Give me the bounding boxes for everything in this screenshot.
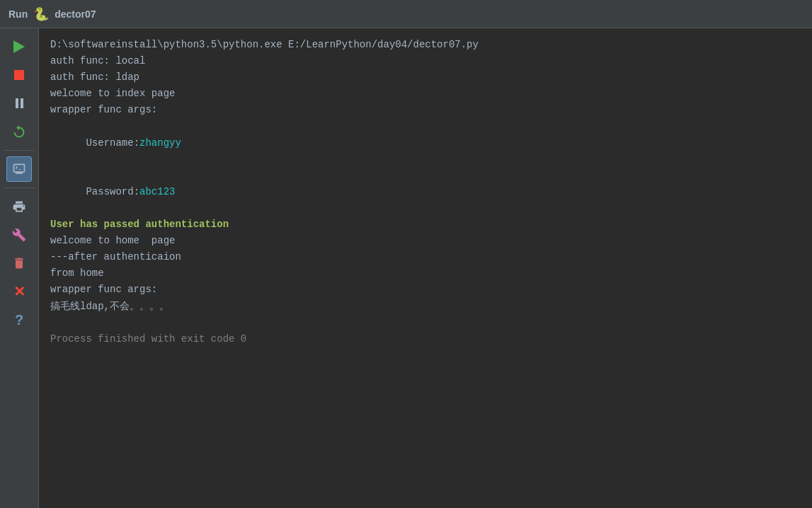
password-label: Password: [86,186,139,197]
console-line-fromhome: from home [50,265,801,282]
console-output: D:\softwareinstall\python3.5\python.exe … [39,28,812,508]
stop-button[interactable] [6,62,32,88]
close-icon: ✕ [13,283,25,300]
username-value: zhangyy [139,137,181,149]
play-button[interactable] [6,34,32,59]
pause-button[interactable] [6,91,32,116]
file-name: dector07 [55,8,96,20]
rerun-icon [11,124,27,139]
console-line-chinese: 搞毛线ldap,不会。。。。 [50,299,801,315]
python-icon: 🐍 [33,6,49,22]
help-button[interactable]: ? [6,307,32,333]
run-label: Run [8,8,28,20]
console-line-password: Password:abc123 [50,168,801,217]
console-icon [12,162,26,176]
trash-icon [12,256,26,270]
console-button[interactable] [6,156,32,182]
console-line-auth: User has passed authentication [50,217,801,233]
left-toolbar: ✕ ? [0,28,39,508]
console-line-4: welcome to index page [50,86,801,102]
title-bar: Run 🐍 dector07 [0,0,812,28]
divider-2 [4,187,34,188]
rerun-button[interactable] [6,119,32,144]
stop-icon [14,70,24,80]
wrench-icon [12,228,26,242]
console-line-blank [50,315,801,331]
password-value: abc123 [139,186,175,197]
print-icon [12,200,26,214]
wrench-button[interactable] [6,222,32,248]
play-icon [13,40,25,53]
console-line-1: D:\softwareinstall\python3.5\python.exe … [50,37,801,53]
console-line-exit: Process finished with exit code 0 [50,331,801,347]
print-button[interactable] [6,194,32,219]
console-line-3: auth func: ldap [50,69,801,86]
divider-1 [4,150,34,151]
console-line-5: wrapper func args: [50,102,801,118]
trash-button[interactable] [6,250,32,276]
console-line-username: Username:zhangyy [50,118,801,167]
console-line-after: ---after authenticaion [50,249,801,265]
help-icon: ? [15,312,23,328]
username-label: Username: [86,137,139,149]
close-button[interactable]: ✕ [6,279,32,304]
pause-icon [16,98,23,108]
console-line-wrapper2: wrapper func args: [50,282,801,298]
main-layout: ✕ ? D:\softwareinstall\python3.5\python.… [0,28,812,508]
console-line-2: auth func: local [50,53,801,69]
console-line-home: welcome to home page [50,233,801,249]
